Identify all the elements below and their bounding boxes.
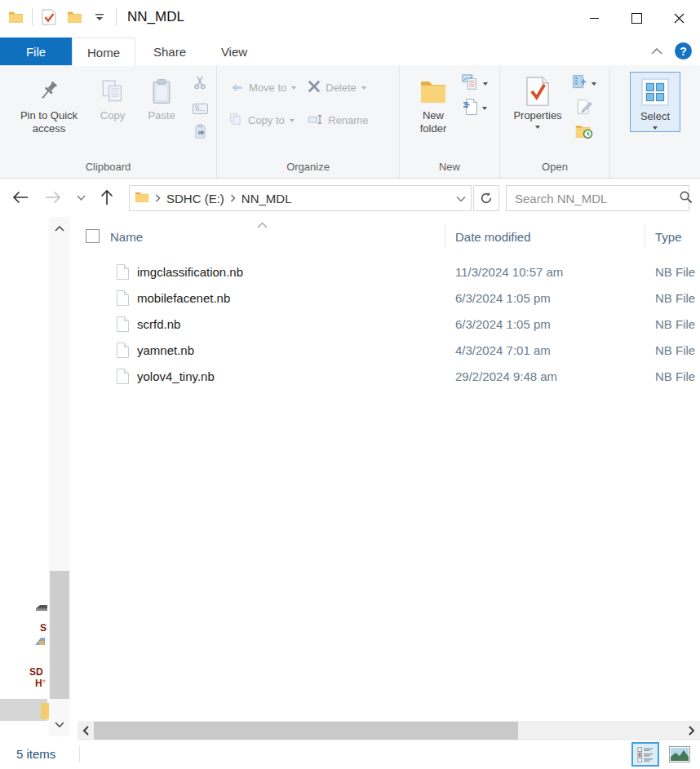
large-icons-view-button[interactable] <box>666 742 693 767</box>
organize-group-label: Organize <box>217 161 399 173</box>
ribbon-tab-strip: File Home Share View ? <box>0 38 700 65</box>
search-icon[interactable] <box>679 190 693 207</box>
scroll-right-icon[interactable] <box>684 721 700 740</box>
collapse-ribbon-icon[interactable] <box>650 44 663 59</box>
ribbon: Pin to Quick access Copy Paste <box>0 65 700 179</box>
open-icon <box>572 74 588 94</box>
delete-button[interactable]: Delete <box>305 77 370 99</box>
rename-label: Rename <box>328 114 368 126</box>
file-icon <box>117 316 129 335</box>
file-row[interactable]: yamnet.nb 4/3/2024 7:01 am NB File <box>70 338 700 364</box>
file-row[interactable]: imgclassification.nb 11/3/2024 10:57 am … <box>70 259 700 285</box>
customize-toolbar-dropdown-icon[interactable] <box>91 8 109 26</box>
select-button[interactable]: Select <box>630 72 680 132</box>
file-date: 6/3/2024 1:05 pm <box>455 317 551 331</box>
file-row[interactable]: mobilefacenet.nb 6/3/2024 1:05 pm NB Fil… <box>70 285 700 312</box>
file-row[interactable]: yolov4_tiny.nb 29/2/2024 9:48 am NB File <box>70 364 700 390</box>
address-bar[interactable]: SDHC (E:) NN_MDL <box>129 185 472 211</box>
quick-access-toolbar: NN_MDL <box>7 8 184 26</box>
breadcrumb-drive[interactable]: SDHC (E:) <box>166 192 224 206</box>
properties-shortcut-icon[interactable] <box>40 8 58 26</box>
copy-icon <box>100 73 125 109</box>
breadcrumb-folder[interactable]: NN_MDL <box>241 192 292 206</box>
column-header-type[interactable]: Type <box>655 223 682 250</box>
rename-icon <box>308 113 323 128</box>
ribbon-group-organize: Move to Copy to <box>217 65 400 178</box>
paste-shortcut-button[interactable] <box>193 121 208 145</box>
cut-button[interactable] <box>191 72 209 96</box>
tree-item-label-fragment[interactable]: SD <box>29 667 43 677</box>
tab-home[interactable]: Home <box>72 38 135 66</box>
search-input[interactable] <box>513 191 679 206</box>
properties-button[interactable]: Properties <box>507 72 569 130</box>
pin-to-quick-access-button[interactable]: Pin to Quick access <box>10 72 88 137</box>
refresh-button[interactable] <box>473 185 499 211</box>
close-button[interactable] <box>658 5 700 31</box>
scroll-left-icon[interactable] <box>78 721 94 740</box>
file-name[interactable]: yolov4_tiny.nb <box>137 369 215 383</box>
column-header-name[interactable]: Name <box>110 223 143 250</box>
scroll-down-icon[interactable] <box>49 714 70 736</box>
divider <box>32 8 33 26</box>
new-item-button[interactable] <box>461 96 489 121</box>
chevron-down-icon <box>361 86 366 90</box>
ribbon-group-select: Select <box>610 65 700 178</box>
file-row[interactable]: scrfd.nb 6/3/2024 1:05 pm NB File <box>70 312 700 338</box>
tree-item-label-fragment[interactable]: S <box>40 623 47 633</box>
file-name[interactable]: yamnet.nb <box>137 343 194 357</box>
move-to-button[interactable]: Move to <box>227 77 299 99</box>
delete-icon <box>308 80 321 95</box>
file-name[interactable]: mobilefacenet.nb <box>137 291 230 305</box>
column-divider[interactable] <box>445 223 445 248</box>
tab-file[interactable]: File <box>0 38 72 65</box>
column-header-date-modified[interactable]: Date modified <box>455 223 531 250</box>
file-type: NB File <box>655 369 695 383</box>
back-button[interactable] <box>10 187 31 208</box>
divider <box>116 8 117 26</box>
easy-access-icon <box>462 73 480 95</box>
tab-share[interactable]: Share <box>135 38 204 65</box>
horizontal-scrollbar[interactable] <box>78 721 700 740</box>
minimize-button[interactable] <box>573 5 615 31</box>
new-folder-shortcut-icon[interactable] <box>65 8 83 26</box>
edit-icon <box>576 99 592 118</box>
address-dropdown-chevron-icon[interactable] <box>456 191 466 206</box>
copy-path-button[interactable]: \\... <box>191 96 210 121</box>
tree-item-label-fragment[interactable]: H <box>35 678 42 688</box>
vertical-scrollbar[interactable] <box>49 217 70 736</box>
copy-to-button[interactable]: Copy to <box>227 109 299 131</box>
history-button[interactable] <box>574 121 595 145</box>
scroll-up-icon[interactable] <box>49 217 70 240</box>
rename-button[interactable]: Rename <box>305 109 370 131</box>
up-button[interactable] <box>96 187 117 208</box>
recent-locations-chevron-icon[interactable] <box>73 187 88 208</box>
explorer-window: NN_MDL File Home Share View ? <box>0 0 700 769</box>
column-divider[interactable] <box>645 223 645 248</box>
forward-button[interactable] <box>42 187 64 208</box>
folder-icon <box>41 701 49 721</box>
breadcrumb-chevron-icon[interactable] <box>155 191 161 206</box>
item-count: 5 items <box>16 747 55 761</box>
paste-button[interactable]: Paste <box>137 72 186 124</box>
help-icon[interactable]: ? <box>675 42 692 60</box>
tab-view[interactable]: View <box>204 38 264 65</box>
scrollbar-thumb[interactable] <box>50 571 69 699</box>
new-folder-button[interactable]: New folder <box>408 72 459 137</box>
maximize-button[interactable] <box>615 5 658 31</box>
search-box[interactable] <box>506 185 689 211</box>
select-grid-icon <box>641 74 669 110</box>
select-all-checkbox[interactable] <box>86 229 100 243</box>
open-button[interactable] <box>570 72 598 96</box>
easy-access-button[interactable] <box>460 72 490 96</box>
file-name[interactable]: imgclassification.nb <box>137 265 243 279</box>
select-label: Select <box>640 110 670 123</box>
copy-path-icon: \\... <box>193 104 208 114</box>
edit-button[interactable] <box>574 96 594 121</box>
file-type: NB File <box>655 343 695 357</box>
copy-button[interactable]: Copy <box>88 72 137 124</box>
window-controls <box>573 5 700 31</box>
file-name[interactable]: scrfd.nb <box>137 317 180 331</box>
breadcrumb-chevron-icon[interactable] <box>230 191 236 206</box>
details-view-button[interactable] <box>631 742 659 767</box>
scrollbar-thumb[interactable] <box>94 722 518 740</box>
